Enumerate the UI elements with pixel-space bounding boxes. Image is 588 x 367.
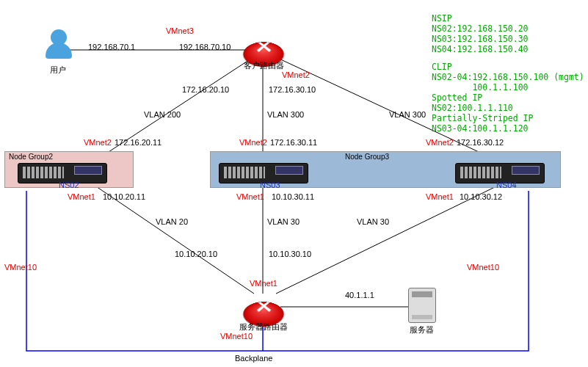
vmnet2-router: VMnet2: [282, 70, 310, 79]
ps-v: NS03-04:100.1.1.120: [432, 123, 529, 134]
vmnet2-ns04: VMnet2: [426, 138, 454, 147]
ip-server: 40.1.1.1: [345, 291, 374, 299]
node-group2-label: Node Group2: [9, 153, 53, 161]
vmnet10-srv: VMnet10: [220, 332, 253, 341]
ip-crouter-v200: 172.16.20.10: [182, 85, 229, 94]
user-label: 用户: [50, 65, 66, 76]
ip-srv-v20: 10.10.20.10: [175, 250, 217, 258]
clip-n: NS02-04:192.168.150.100 (mgmt): [432, 72, 584, 82]
vlan20: VLAN 20: [156, 217, 188, 226]
ip-ns02-up: 172.16.20.11: [115, 138, 161, 147]
vmnet1-ns02: VMnet1: [68, 192, 95, 201]
vmnet3: VMnet3: [166, 26, 194, 35]
vmnet2-ns02: VMnet2: [84, 138, 112, 147]
server-router-label: 服务器路由器: [239, 321, 288, 333]
ip-ns02-dn: 10.10.20.11: [103, 192, 145, 201]
vmnet1-ns03: VMnet1: [236, 192, 264, 201]
ip-crouter-user: 192.168.70.10: [179, 43, 231, 51]
network-diagram: 用户 客户路由器 服务器路由器 服务器 Node Group2 Node Gro…: [0, 0, 588, 367]
ip-user: 192.168.70.1: [88, 43, 135, 51]
server-icon: [408, 288, 436, 323]
vmnet2-ns03: VMnet2: [239, 138, 267, 147]
spot-v: NS02:100.1.1.110: [432, 103, 513, 113]
vlan300a: VLAN 300: [267, 110, 304, 119]
vmnet1-srv: VMnet1: [250, 279, 277, 288]
vlan200: VLAN 200: [144, 110, 181, 119]
client-router-label: 客户路由器: [244, 60, 284, 71]
vlan300b: VLAN 300: [389, 110, 426, 119]
nsip-03: NS03:192.168.150.30: [432, 34, 529, 44]
clip-v: 100.1.1.100: [432, 82, 529, 92]
nsip-hdr: NSIP: [432, 13, 452, 23]
ip-ns04-dn: 10.10.30.12: [460, 192, 502, 201]
spot-hdr: Spotted IP: [432, 92, 482, 103]
vlan30b: VLAN 30: [357, 217, 389, 226]
backplane-label: Backplane: [235, 354, 272, 363]
ip-crouter-v300: 172.16.30.10: [269, 85, 316, 94]
user-icon: [44, 29, 73, 62]
nsip-02: NS02:192.168.150.20: [432, 23, 529, 34]
ns04-name: NS04: [496, 181, 517, 189]
vlan30a: VLAN 30: [267, 217, 300, 226]
vmnet10-left: VMnet10: [4, 263, 37, 272]
vmnet1-ns04: VMnet1: [426, 192, 454, 201]
ns02-name: NS02: [59, 181, 79, 189]
server-label: 服务器: [410, 324, 434, 335]
node-group3-label: Node Group3: [345, 153, 389, 161]
vmnet10-right: VMnet10: [467, 263, 499, 272]
ns03-name: NS03: [260, 181, 280, 189]
svg-line-6: [276, 185, 499, 294]
clip-hdr: CLIP: [432, 62, 452, 72]
ip-srv-v30: 10.10.30.10: [269, 250, 311, 258]
ps-hdr: Partially-Striped IP: [432, 113, 533, 123]
nsip-04: NS04:192.168.150.40: [432, 44, 529, 54]
svg-line-4: [94, 185, 254, 294]
ip-ns03-up: 172.16.30.11: [270, 138, 317, 147]
ip-ns04-up: 172.16.30.12: [457, 138, 504, 147]
ip-ns03-dn: 10.10.30.11: [272, 192, 314, 201]
